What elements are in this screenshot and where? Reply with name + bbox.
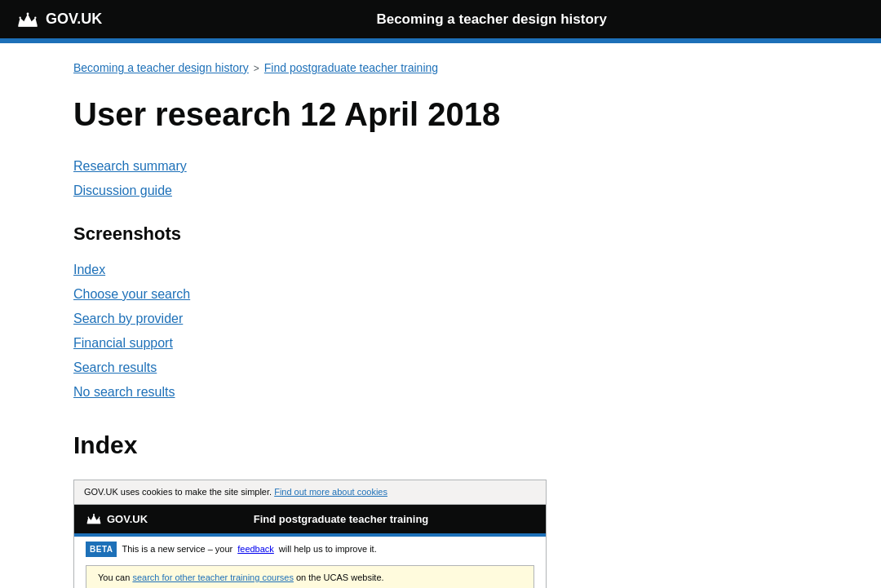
- screenshot-link-search-results[interactable]: Search results: [73, 358, 808, 378]
- svg-point-2: [20, 16, 21, 18]
- screenshots-heading: Screenshots: [73, 220, 808, 247]
- preview-beta-text: This is a new service – your: [122, 542, 232, 556]
- discussion-guide-link[interactable]: Discussion guide: [73, 181, 808, 201]
- svg-point-6: [88, 517, 90, 519]
- preview-ucas-bar: You can search for other teacher trainin…: [86, 565, 534, 588]
- screenshot-link-no-search-results[interactable]: No search results: [73, 382, 808, 402]
- preview-beta-bar: BETA This is a new service – your feedba…: [74, 537, 546, 562]
- screenshot-preview-index: GOV.UK uses cookies to make the site sim…: [73, 480, 547, 588]
- preview-ucas-text2: on the UCAS website.: [296, 573, 384, 582]
- preview-cookie-link[interactable]: Find out more about cookies: [274, 487, 387, 497]
- preview-crown-icon: [86, 513, 102, 524]
- site-header: GOV.UK Becoming a teacher design history: [0, 0, 881, 38]
- preview-beta-badge: BETA: [86, 542, 117, 557]
- screenshot-link-financial-support[interactable]: Financial support: [73, 334, 808, 353]
- svg-rect-0: [18, 25, 37, 27]
- breadcrumb-parent-link[interactable]: Becoming a teacher design history: [73, 60, 249, 77]
- gov-uk-logo-text: GOV.UK: [46, 8, 102, 30]
- preview-ucas-text: You can: [98, 573, 130, 582]
- header-site-title: Becoming a teacher design history: [376, 9, 606, 30]
- preview-logo-text: GOV.UK: [107, 511, 148, 528]
- screenshot-link-search-by-provider[interactable]: Search by provider: [73, 309, 808, 329]
- breadcrumb-separator: >: [254, 61, 259, 76]
- svg-point-7: [99, 517, 100, 519]
- screenshot-link-choose-search[interactable]: Choose your search: [73, 285, 808, 304]
- screenshot-link-index[interactable]: Index: [73, 260, 808, 280]
- breadcrumb: Becoming a teacher design history > Find…: [73, 60, 808, 77]
- svg-point-1: [27, 12, 29, 15]
- preview-header: GOV.UK Find postgraduate teacher trainin…: [74, 505, 546, 534]
- preview-cookie-text: GOV.UK uses cookies to make the site sim…: [84, 487, 272, 497]
- top-links-section: Research summary Discussion guide: [73, 157, 808, 201]
- index-section: Index GOV.UK uses cookies to make the si…: [73, 427, 808, 588]
- preview-feedback-link[interactable]: feedback: [237, 542, 274, 556]
- preview-beta-text2: will help us to improve it.: [279, 542, 377, 556]
- preview-cookie-bar: GOV.UK uses cookies to make the site sim…: [74, 480, 546, 505]
- preview-logo: GOV.UK: [86, 511, 148, 528]
- preview-ucas-link[interactable]: search for other teacher training course…: [132, 573, 294, 582]
- svg-rect-4: [87, 523, 101, 524]
- crown-icon: [16, 11, 39, 28]
- index-section-heading: Index: [73, 427, 808, 463]
- svg-point-5: [93, 514, 95, 515]
- screenshots-links-section: Index Choose your search Search by provi…: [73, 260, 808, 402]
- preview-nav-title: Find postgraduate teacher training: [254, 511, 429, 528]
- main-content: Becoming a teacher design history > Find…: [49, 43, 832, 588]
- research-summary-link[interactable]: Research summary: [73, 157, 808, 176]
- gov-uk-logo[interactable]: GOV.UK: [16, 8, 102, 30]
- breadcrumb-current-link[interactable]: Find postgraduate teacher training: [264, 60, 438, 77]
- page-title: User research 12 April 2018: [73, 96, 808, 132]
- svg-point-3: [34, 16, 36, 18]
